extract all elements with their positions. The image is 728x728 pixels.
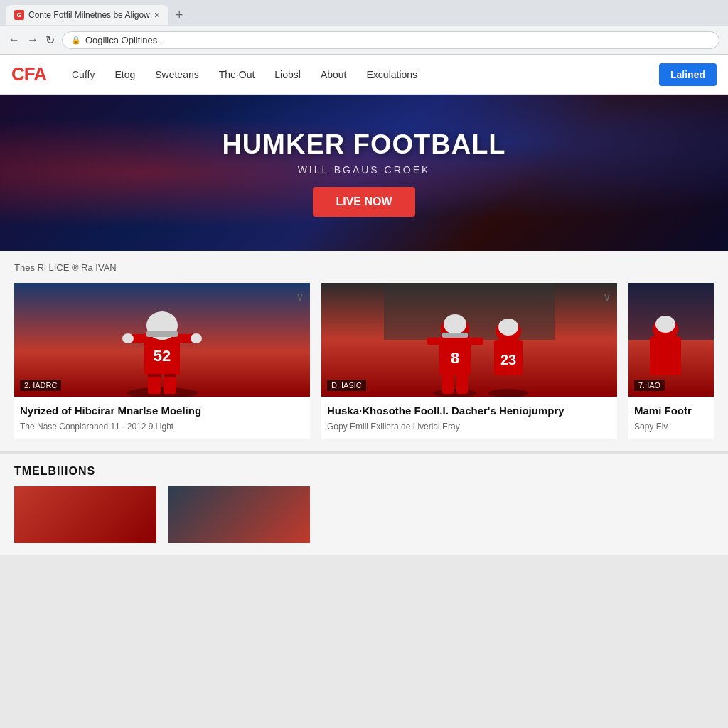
address-bar: ← → ↻ 🔒 Oogliica Oplitines- bbox=[0, 26, 728, 54]
content-section: Thes Ri LICE ® Ra IVAN 52 bbox=[0, 251, 728, 451]
nav-item-sweteans[interactable]: Sweteans bbox=[146, 63, 207, 86]
nav-items: Cuffy Etog Sweteans The·Out Liobsl About… bbox=[63, 63, 659, 86]
card-1-meta: The Nase Conpiaraned 11 · 2012 9.l ight bbox=[20, 421, 304, 433]
tab-favicon: G bbox=[14, 10, 24, 20]
nav-item-cuffy[interactable]: Cuffy bbox=[63, 63, 103, 86]
nav-item-exculations[interactable]: Exculations bbox=[358, 63, 427, 86]
card-1-title: Nyrized of Hibcirar Mnarlse Moeling bbox=[20, 404, 304, 418]
card-2-title: Huska·Khosothe Fooll.I. Dacher's Henioju… bbox=[327, 404, 611, 418]
new-tab-btn[interactable]: + bbox=[171, 8, 188, 23]
svg-rect-4 bbox=[146, 331, 178, 337]
website: CFA Cuffy Etog Sweteans The·Out Liobsl A… bbox=[0, 55, 728, 555]
card-3[interactable]: 7. IAO Mami Footr Sopy Eiv bbox=[628, 283, 714, 439]
svg-rect-30 bbox=[650, 336, 681, 375]
refresh-button[interactable]: ↻ bbox=[46, 33, 55, 47]
nav-item-theout[interactable]: The·Out bbox=[210, 63, 264, 86]
card-1-body: Nyrized of Hibcirar Mnarlse Moeling The … bbox=[14, 397, 310, 439]
card-2[interactable]: 8 23 D. IAS bbox=[321, 283, 617, 439]
site-nav: CFA Cuffy Etog Sweteans The·Out Liobsl A… bbox=[0, 55, 728, 95]
bottom-cards-row bbox=[14, 486, 714, 543]
card-2-chevron-icon[interactable]: ∨ bbox=[603, 290, 611, 304]
url-text: Oogliica Oplitines- bbox=[85, 35, 161, 46]
svg-point-8 bbox=[191, 333, 202, 343]
svg-rect-20 bbox=[427, 338, 441, 345]
svg-rect-22 bbox=[442, 374, 454, 394]
svg-point-7 bbox=[122, 333, 134, 343]
card-3-image: 7. IAO bbox=[628, 283, 714, 397]
card-3-title: Mami Footr bbox=[634, 404, 708, 418]
card-1[interactable]: 52 bbox=[14, 283, 310, 439]
svg-text:52: 52 bbox=[154, 347, 171, 365]
nav-item-about[interactable]: About bbox=[312, 63, 355, 86]
browser-chrome: G Conte Fotfil Milnetnes be Aligow × + ←… bbox=[0, 0, 728, 55]
svg-point-18 bbox=[444, 314, 466, 334]
card-2-meta: Gopy Emill Exlilera de Liverial Eray bbox=[327, 421, 611, 433]
svg-rect-12 bbox=[164, 374, 176, 377]
card-2-body: Huska·Khosothe Fooll.I. Dacher's Henioju… bbox=[321, 397, 617, 439]
card-1-chevron-icon[interactable]: ∨ bbox=[296, 290, 304, 304]
back-button[interactable]: ← bbox=[9, 33, 20, 46]
tab-bar: G Conte Fotfil Milnetnes be Aligow × + bbox=[0, 0, 728, 26]
svg-rect-10 bbox=[164, 374, 176, 394]
nav-cta-button[interactable]: Lalined bbox=[659, 63, 717, 86]
active-tab[interactable]: G Conte Fotfil Milnetnes be Aligow × bbox=[6, 5, 168, 25]
card-2-image: 8 23 D. IAS bbox=[321, 283, 617, 397]
svg-rect-11 bbox=[148, 374, 161, 377]
card-3-badge: 7. IAO bbox=[634, 380, 665, 391]
card-3-body: Mami Footr Sopy Eiv bbox=[628, 397, 714, 439]
svg-text:23: 23 bbox=[500, 352, 516, 368]
bottom-card-1[interactable] bbox=[14, 486, 156, 543]
lock-icon: 🔒 bbox=[71, 36, 81, 45]
svg-point-0 bbox=[127, 387, 198, 397]
nav-item-etog[interactable]: Etog bbox=[106, 63, 144, 86]
card-3-meta: Sopy Eiv bbox=[634, 421, 708, 433]
hero-title: HUMKER FOOTBALL bbox=[222, 129, 505, 160]
svg-rect-9 bbox=[148, 374, 161, 394]
card-2-badge: D. IASIC bbox=[327, 380, 366, 391]
svg-rect-13 bbox=[384, 283, 555, 340]
nav-item-liobsl[interactable]: Liobsl bbox=[266, 63, 309, 86]
tab-title: Conte Fotfil Milnetnes be Aligow bbox=[28, 10, 150, 20]
svg-text:8: 8 bbox=[451, 349, 459, 367]
bottom-card-2[interactable] bbox=[168, 486, 310, 543]
hero-subtitle: WILL BGAUS CROEK bbox=[298, 164, 431, 176]
card-1-image: 52 bbox=[14, 283, 310, 397]
svg-rect-19 bbox=[442, 333, 468, 338]
url-input[interactable]: 🔒 Oogliica Oplitines- bbox=[62, 31, 719, 49]
svg-point-24 bbox=[488, 389, 528, 397]
tab-close-btn[interactable]: × bbox=[154, 9, 160, 21]
live-now-button[interactable]: Live Now bbox=[313, 187, 414, 217]
svg-rect-21 bbox=[469, 338, 483, 345]
card-1-badge: 2. IADRC bbox=[20, 380, 61, 391]
cards-row: 52 bbox=[14, 283, 714, 439]
svg-point-14 bbox=[434, 389, 476, 397]
section-label: Thes Ri LICE ® Ra IVAN bbox=[14, 262, 714, 273]
bottom-section: TMELBIIIONS bbox=[0, 451, 728, 555]
svg-point-32 bbox=[655, 316, 675, 333]
hero-banner: HUMKER FOOTBALL WILL BGAUS CROEK Live No… bbox=[0, 95, 728, 251]
svg-rect-23 bbox=[456, 374, 468, 394]
svg-point-28 bbox=[498, 318, 518, 336]
forward-button[interactable]: → bbox=[27, 33, 38, 46]
site-logo[interactable]: CFA bbox=[11, 63, 46, 85]
bottom-section-title: TMELBIIIONS bbox=[14, 465, 714, 478]
